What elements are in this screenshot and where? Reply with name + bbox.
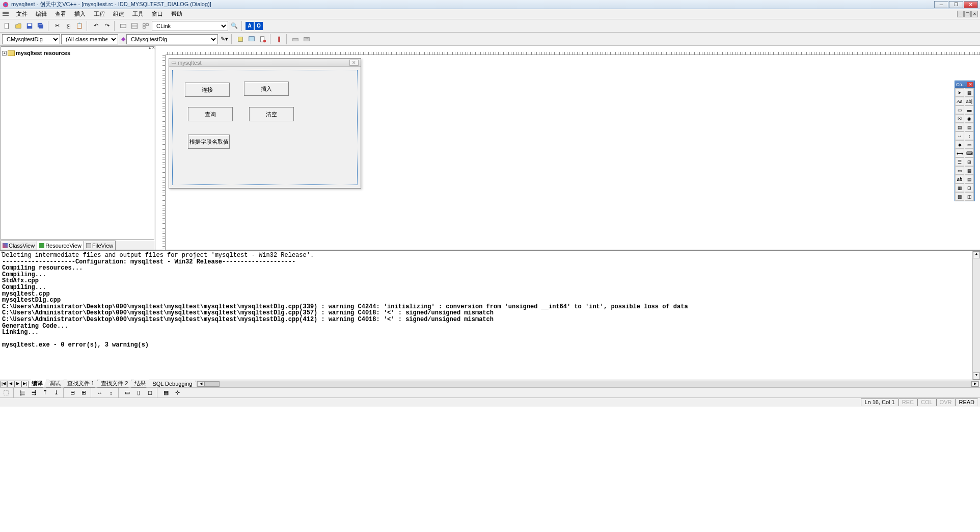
listbox-tool-icon[interactable]: ▤ [965, 123, 974, 131]
same-size-button[interactable]: ◻ [145, 388, 155, 398]
ipaddr-tool-icon[interactable]: ⊡ [965, 183, 974, 192]
progress-tool-icon[interactable]: ▭ [965, 140, 974, 149]
output-tab-find2[interactable]: 查找文件 2 [97, 380, 131, 388]
tab-resourceview[interactable]: ResourceView [37, 241, 84, 250]
month-tool-icon[interactable]: ▦ [955, 183, 964, 192]
pointer-tool-icon[interactable]: ➤ [955, 88, 964, 97]
hscroll-right-icon[interactable]: ▶ [971, 381, 978, 387]
build-button[interactable] [302, 34, 312, 44]
menu-edit[interactable]: 编辑 [32, 10, 51, 18]
hscroll-thumb[interactable] [204, 381, 220, 387]
query-button[interactable]: 查询 [188, 107, 233, 121]
output-tab-build[interactable]: 编译 [28, 380, 46, 388]
new-class-button[interactable] [235, 34, 246, 44]
menu-insert[interactable]: 插入 [70, 10, 90, 18]
insert-button[interactable]: 插入 [244, 82, 289, 96]
close-button[interactable]: ✕ [964, 1, 978, 8]
redo-button[interactable]: ↷ [102, 21, 112, 31]
menu-file[interactable]: 文件 [12, 10, 32, 18]
class-select[interactable]: CMysqltestDlg [2, 34, 60, 44]
output-hscroll[interactable]: ◀ ▶ [197, 381, 979, 387]
spin-tool-icon[interactable]: ◆ [955, 140, 964, 149]
custom-tool-icon[interactable]: ▩ [955, 192, 964, 201]
undo-button[interactable]: ↶ [91, 21, 101, 31]
tab-nav-last-icon[interactable]: ▶| [21, 381, 29, 387]
group-box-tool-icon[interactable]: ▭ [955, 105, 964, 114]
test-dialog-button[interactable] [1, 388, 11, 398]
align-bottom-button[interactable]: ⤓ [51, 388, 61, 398]
space-down-button[interactable]: ↕ [106, 388, 116, 398]
tab-nav-prev-icon[interactable]: ◀ [7, 381, 14, 387]
radio-tool-icon[interactable]: ◉ [965, 114, 974, 123]
find-button[interactable]: 🔍 [229, 21, 239, 31]
new-text-button[interactable] [258, 34, 268, 44]
breakpoint-button[interactable] [274, 34, 284, 44]
controls-toolbox[interactable]: Co... ✕ ➤ ▦ Aa ab| ▭ ▬ ☒ ◉ ▤ ▤ ↔ ↕ ◆ ▭ ⟷… [955, 81, 975, 201]
workspace-button[interactable] [118, 21, 128, 31]
hotkey-tool-icon[interactable]: ⌨ [965, 149, 974, 157]
align-right-button[interactable]: ⇶ [29, 388, 39, 398]
static-text-tool-icon[interactable]: Aa [955, 97, 964, 105]
dialog-client-area[interactable]: 连接 插入 查询 清空 根据字段名取值 [172, 70, 358, 185]
toolbox-title-bar[interactable]: Co... ✕ [955, 81, 974, 88]
align-left-button[interactable]: ⬱ [17, 388, 28, 398]
o-button[interactable]: O [255, 22, 263, 30]
output-tab-sql[interactable]: SQL Debugging [149, 381, 196, 387]
output-tab-debug[interactable]: 调试 [46, 380, 64, 388]
dialog-close-button[interactable]: ✕ [349, 60, 359, 66]
toggle-guides-button[interactable]: ⊹ [172, 388, 182, 398]
tree-root-item[interactable]: + mysqltest resources [2, 49, 153, 57]
animate-tool-icon[interactable]: ▦ [965, 166, 974, 175]
extended-tool-icon[interactable]: ◫ [965, 192, 974, 201]
cut-button[interactable]: ✂ [52, 21, 62, 31]
window-list-button[interactable] [141, 21, 151, 31]
minimize-button[interactable]: ─ [934, 1, 948, 8]
edit-box-tool-icon[interactable]: ab| [965, 97, 974, 105]
treectrl-tool-icon[interactable]: ⊞ [965, 157, 974, 166]
dialog-preview[interactable]: ▭ mysqltest ✕ 连接 插入 查询 清空 根据字段名取值 [169, 58, 361, 189]
maximize-button[interactable]: ❐ [949, 1, 963, 8]
tab-nav-next-icon[interactable]: ▶ [14, 381, 21, 387]
tab-nav-first-icon[interactable]: |◀ [0, 381, 7, 387]
member-filter-select[interactable]: (All class members) [61, 34, 118, 44]
menu-help[interactable]: 帮助 [167, 10, 186, 18]
output-text[interactable]: Deleting intermediate files and output f… [0, 251, 972, 380]
button-tool-icon[interactable]: ▬ [965, 105, 974, 114]
resource-tree[interactable]: ▴ ✕ + mysqltest resources [1, 46, 154, 240]
tab-tool-icon[interactable]: ▭ [955, 166, 964, 175]
center-horz-button[interactable]: ⊞ [78, 388, 89, 398]
dialog-editor[interactable]: ▭ mysqltest ✕ 连接 插入 查询 清空 根据字段名取值 Co... … [155, 46, 980, 250]
compile-button[interactable] [290, 34, 301, 44]
connect-button[interactable]: 连接 [185, 83, 230, 97]
space-across-button[interactable]: ↔ [95, 388, 105, 398]
save-button[interactable] [24, 21, 35, 31]
tab-fileview[interactable]: FileView [84, 241, 116, 250]
richedit-tool-icon[interactable]: ab [955, 175, 964, 183]
same-height-button[interactable]: ▯ [133, 388, 144, 398]
wizard-action-button[interactable]: ✎▾ [219, 34, 229, 44]
member-select[interactable]: CMysqltestDlg [126, 34, 218, 44]
menu-build[interactable]: 组建 [109, 10, 128, 18]
scroll-down-icon[interactable]: ▼ [973, 373, 980, 380]
toolbox-close-button[interactable]: ✕ [967, 82, 973, 87]
align-top-button[interactable]: ⤒ [40, 388, 50, 398]
datetime-tool-icon[interactable]: ▤ [965, 175, 974, 183]
combo-tool-icon[interactable]: ▤ [955, 123, 964, 131]
menu-project[interactable]: 工程 [90, 10, 109, 18]
mdi-restore-button[interactable]: ❐ [964, 11, 971, 17]
output-button[interactable] [129, 21, 140, 31]
clear-button[interactable]: 清空 [249, 107, 294, 121]
scroll-track[interactable] [973, 258, 980, 373]
output-handle-icon[interactable]: ▴ [1, 250, 3, 254]
center-vert-button[interactable]: ⊟ [67, 388, 77, 398]
menu-tools[interactable]: 工具 [128, 10, 148, 18]
config-select[interactable]: CLink [152, 21, 228, 31]
hscroll-tool-icon[interactable]: ↔ [955, 131, 964, 140]
new-button[interactable] [2, 21, 12, 31]
paste-button[interactable]: 📋 [74, 21, 85, 31]
picture-tool-icon[interactable]: ▦ [965, 88, 974, 97]
copy-button[interactable]: ⎘ [63, 21, 73, 31]
new-form-button[interactable] [247, 34, 257, 44]
listctrl-tool-icon[interactable]: ☰ [955, 157, 964, 166]
vscroll-tool-icon[interactable]: ↕ [965, 131, 974, 140]
